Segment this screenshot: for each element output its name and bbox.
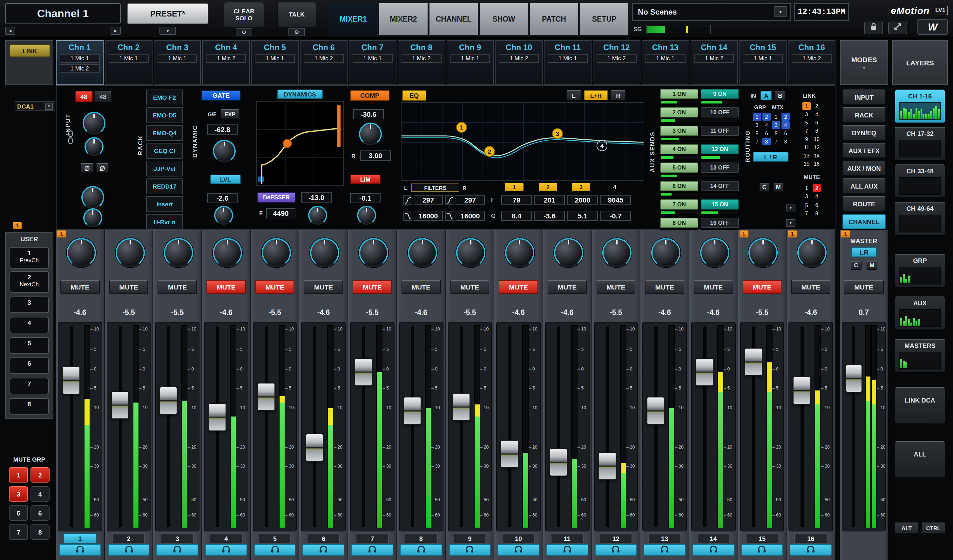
mute-group-button[interactable]: 7 [9, 524, 28, 540]
link-group-2[interactable]: 2 [813, 102, 821, 110]
gate-button[interactable]: GATE [202, 90, 241, 101]
channel-number[interactable]: 10 [502, 533, 535, 543]
channel-tab[interactable]: Chn 51 Mic 1 [251, 40, 299, 85]
comp-button[interactable]: COMP [350, 90, 390, 101]
eq-band-freq-3[interactable]: 2000 [567, 195, 598, 205]
cue-headphone-button[interactable] [157, 544, 198, 555]
mode-route[interactable]: ROUTE [843, 196, 886, 212]
channel-tab[interactable]: Chn 11 Mic 11 Mic 2 [56, 40, 104, 85]
grp-mtx-cell[interactable]: 4 [762, 121, 771, 129]
rack-slot[interactable]: EMO-F2 [146, 90, 183, 105]
fader-handle[interactable] [793, 376, 811, 404]
link-group-12[interactable]: 12 [813, 144, 821, 151]
fader-value[interactable]: -4.6 [787, 309, 835, 316]
eq-band-gain-3[interactable]: 5.1 [567, 211, 598, 221]
cue-headphone-button[interactable] [741, 544, 783, 555]
grp-mtx-cell[interactable]: 2 [781, 113, 790, 121]
mute-button[interactable]: MUTE [645, 280, 684, 294]
channel-tab[interactable]: Chn 121 Mic 2 [593, 40, 640, 85]
aux-send-14[interactable]: 14 OFF [701, 181, 739, 191]
eq-band-tab-3[interactable]: 3 [572, 183, 590, 191]
pan-knob[interactable] [456, 238, 486, 267]
mute-group-button[interactable]: 1 [9, 467, 28, 483]
link-group-9[interactable]: 9 [802, 135, 811, 143]
channel-number[interactable]: 5 [259, 533, 291, 543]
rack-slot[interactable]: GEQ Cl [146, 143, 183, 159]
grp-mtx-cell[interactable]: 6 [762, 130, 771, 137]
cue-headphone-button[interactable] [351, 544, 393, 555]
link-group-8[interactable]: 8 [813, 127, 821, 135]
mute-group-button[interactable]: 3 [9, 486, 28, 501]
rack-slot[interactable]: Insert [146, 196, 183, 212]
channel-number[interactable]: 1 [64, 533, 96, 543]
aux-send-7[interactable]: 7 ON [660, 200, 698, 209]
fader-handle[interactable] [404, 397, 421, 425]
limiter-knob[interactable] [357, 206, 376, 225]
fader-value[interactable]: -4.6 [689, 309, 737, 316]
pan-knob[interactable] [651, 238, 680, 267]
layer-ch3348[interactable]: CH 33-48 [894, 164, 945, 198]
mute-button[interactable]: MUTE [450, 280, 489, 294]
cue-headphone-button[interactable] [692, 544, 734, 555]
fader-handle[interactable] [111, 391, 129, 419]
mute-button[interactable]: MUTE [742, 280, 781, 294]
grp-mtx-cell[interactable]: 5 [772, 130, 780, 137]
mode-allaux[interactable]: ALL AUX [843, 178, 886, 193]
ctrl-button[interactable]: CTRL [921, 523, 945, 534]
eq-band-gain-1[interactable]: 8.4 [501, 211, 532, 221]
layer-grp[interactable]: GRP [894, 254, 945, 288]
user-assign-button[interactable]: 1PrevCh [9, 247, 49, 269]
grp-mtx-cell[interactable]: 4 [781, 121, 790, 129]
aux-send-3[interactable]: 3 ON [660, 126, 698, 136]
lpf-right-freq-value[interactable]: 16000 [456, 211, 485, 221]
eq-button[interactable]: EQ [402, 90, 426, 101]
fader-handle[interactable] [306, 434, 324, 462]
eq-band-gain-2[interactable]: -3.6 [534, 211, 565, 221]
fader-handle[interactable] [354, 358, 372, 386]
leveler-value[interactable]: -2.6 [207, 193, 237, 203]
mute-group-assign-3[interactable]: 3 [802, 193, 811, 200]
eq-band-tab-1[interactable]: 1 [505, 183, 523, 191]
user-assign-button[interactable]: 4 [9, 317, 49, 333]
fullscreen-button[interactable] [888, 22, 907, 34]
input-trim-knob[interactable] [84, 137, 104, 156]
limiter-button[interactable]: LIM [350, 175, 380, 184]
mute-button[interactable]: MUTE [352, 280, 392, 294]
channel-tab[interactable]: Chn 41 Mic 2 [202, 40, 250, 85]
pan-knob[interactable] [408, 238, 437, 267]
link-group-14[interactable]: 14 [813, 152, 821, 159]
channel-number[interactable]: 6 [307, 533, 340, 543]
fader-handle[interactable] [696, 358, 714, 386]
fader-handle[interactable] [452, 393, 470, 421]
aux-send-2[interactable]: 2 ON [660, 107, 698, 118]
grp-mtx-cell[interactable]: 6 [781, 130, 790, 137]
cue-headphone-button[interactable] [59, 544, 101, 555]
mute-group-button[interactable]: 8 [31, 524, 50, 540]
user-assign-button[interactable]: 8 [9, 398, 49, 415]
cue-headphone-button[interactable] [546, 544, 588, 555]
mode-dyneq[interactable]: DYN/EQ [843, 125, 886, 140]
fader-handle[interactable] [257, 382, 275, 410]
mono-assign-button[interactable]: M [773, 183, 783, 192]
dca-selector[interactable]: DCA1 ▼ [15, 101, 55, 111]
layer-aux[interactable]: AUX [894, 297, 945, 330]
deesser-threshold-value[interactable]: -13.0 [301, 192, 332, 203]
leveler-button[interactable]: LVL [210, 175, 241, 184]
eq-band-tab-2[interactable]: 2 [539, 183, 557, 191]
fader-handle[interactable] [647, 397, 665, 425]
mute-button[interactable]: MUTE [206, 280, 245, 294]
cue-headphone-button[interactable] [644, 544, 686, 555]
pan-knob[interactable] [359, 238, 388, 267]
phase-invert-a-button[interactable]: Ø [81, 163, 93, 173]
clear-solo-gear-icon[interactable]: ⚙ [236, 28, 252, 36]
eq-band-freq-1[interactable]: 79 [501, 195, 532, 205]
channel-number[interactable]: 12 [599, 533, 632, 543]
lr-assign-button[interactable]: L / R [753, 152, 788, 162]
aux-send-11[interactable]: 11 OFF [701, 126, 739, 136]
limiter-threshold-value[interactable]: -0.1 [350, 193, 380, 203]
input-a-button[interactable]: A [761, 91, 772, 100]
pan-knob[interactable] [213, 238, 242, 267]
fader-value[interactable]: -5.5 [251, 309, 299, 316]
deesser-button[interactable]: DeESSER [257, 192, 295, 203]
eq-band-freq-2[interactable]: 201 [534, 195, 565, 205]
